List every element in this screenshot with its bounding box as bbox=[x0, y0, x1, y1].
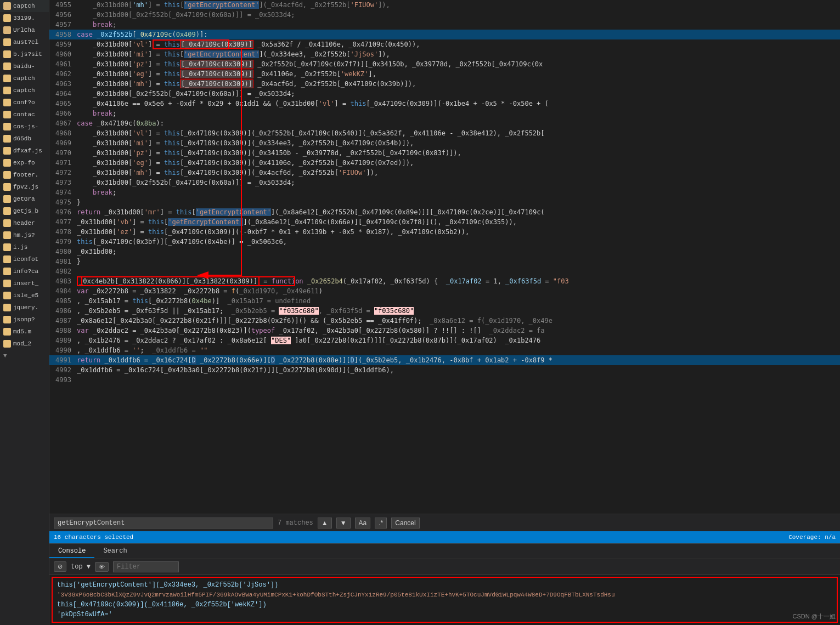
file-sidebar: captch 33199. UrlCha aust?cl b.js?sit ba… bbox=[0, 0, 49, 625]
file-icon bbox=[3, 207, 11, 215]
sidebar-item-insert[interactable]: insert_ bbox=[0, 277, 49, 289]
code-row: 4977_0x31bd00['vb'] = this['getEncryptCo… bbox=[49, 217, 840, 227]
search-input[interactable] bbox=[54, 518, 273, 529]
code-row: 4980_0x31bd00; bbox=[49, 247, 840, 257]
code-row: 4989, _0x1b2476 = _0x2ddac2 ? _0x17af02 … bbox=[49, 336, 840, 345]
code-row: 4985, _0x15ab17 = this[_0x2272b8(0x4be)]… bbox=[49, 296, 840, 306]
file-icon bbox=[3, 292, 11, 299]
code-row: 4981} bbox=[49, 257, 840, 266]
sidebar-item-cosjs[interactable]: cos-js- bbox=[0, 121, 49, 133]
code-row: 4963 _0x31bd00['mh'] = this[_0x47109c(0x… bbox=[49, 79, 840, 89]
sidebar-item-footer[interactable]: footer. bbox=[0, 169, 49, 181]
cancel-button[interactable]: Cancel bbox=[391, 518, 419, 529]
sidebar-item-hmjs[interactable]: hm.js? bbox=[0, 229, 49, 241]
file-icon bbox=[3, 123, 11, 130]
file-icon bbox=[3, 243, 11, 251]
file-icon bbox=[3, 159, 11, 167]
console-line-2: '3V3GxP6oBcbC3bKlXQzZ9vJvQ2mrvzaWoilHfm5… bbox=[57, 590, 832, 600]
file-icon bbox=[3, 316, 11, 323]
sidebar-label: hm.js? bbox=[13, 232, 35, 238]
filter-input[interactable] bbox=[113, 561, 179, 572]
sidebar-item-mod2[interactable]: mod_2 bbox=[0, 338, 49, 350]
code-row: 4992_0x1ddfb6 = _0x16c724[_0x42b3a0[_0x2… bbox=[49, 365, 840, 375]
console-text-1: this['getEncryptContent'](_0x334ee3, _0x… bbox=[57, 581, 278, 589]
sidebar-item-33199[interactable]: 33199. bbox=[0, 12, 49, 24]
code-row: 4961 _0x31bd00['pz'] = this[_0x47109c(0x… bbox=[49, 59, 840, 69]
sidebar-label: b.js?sit bbox=[13, 51, 42, 58]
sidebar-item-md5[interactable]: md5.m bbox=[0, 326, 49, 338]
sidebar-item-aust[interactable]: aust?cl bbox=[0, 36, 49, 48]
sidebar-label: conf?o bbox=[13, 99, 35, 106]
file-icon bbox=[3, 304, 11, 311]
code-row: 4966 break; bbox=[49, 109, 840, 118]
sidebar-label: info?ca bbox=[13, 268, 38, 275]
file-icon bbox=[3, 268, 11, 275]
code-row: 4987_0x8a6e12[_0x42b3a0[_0x2272b8(0x21f)… bbox=[49, 316, 840, 326]
match-case-button[interactable]: Aa bbox=[355, 518, 371, 529]
prev-match-button[interactable]: ▲ bbox=[318, 518, 332, 529]
sidebar-item-more[interactable]: ▼ bbox=[0, 350, 49, 362]
code-row: 4975} bbox=[49, 197, 840, 207]
code-row: 4959 _0x31bd00['vl'] = this[_0x47109c(0x… bbox=[49, 39, 840, 49]
file-icon bbox=[3, 87, 11, 94]
clear-console-button[interactable]: ⊘ bbox=[54, 561, 66, 572]
sidebar-item-contac[interactable]: contac bbox=[0, 109, 49, 121]
sidebar-item-getgra[interactable]: getGra bbox=[0, 193, 49, 205]
sidebar-item-expfo[interactable]: exp-fo bbox=[0, 157, 49, 169]
sidebar-item-baidu[interactable]: baidu- bbox=[0, 60, 49, 72]
code-row: 4991return _0x1ddfb6 = _0x16c724[D _0x22… bbox=[49, 355, 840, 365]
main-panel: 4955 _0x31bd00['mh'] = this['getEncryptC… bbox=[49, 0, 840, 625]
sidebar-item-captch2[interactable]: captch bbox=[0, 72, 49, 84]
sidebar-item-isle[interactable]: isle_e5 bbox=[0, 289, 49, 302]
sidebar-label: mod_2 bbox=[13, 340, 31, 347]
sidebar-item-jquery[interactable]: jquery. bbox=[0, 302, 49, 314]
next-match-button[interactable]: ▼ bbox=[336, 518, 351, 529]
sidebar-item-ijs[interactable]: i.js bbox=[0, 241, 49, 253]
tab-search[interactable]: Search bbox=[94, 545, 136, 558]
code-row: 4956 _0x31bd00[_0x2f552b[_0x47109c(0x60a… bbox=[49, 10, 840, 20]
console-text-4: 'pkDpSt6wUfA=' bbox=[57, 611, 112, 618]
sidebar-item-fpv2[interactable]: fpv2.js bbox=[0, 181, 49, 193]
eye-button[interactable]: 👁 bbox=[95, 562, 109, 572]
code-scroll[interactable]: 4955 _0x31bd00['mh'] = this['getEncryptC… bbox=[49, 0, 840, 514]
sidebar-label: 33199. bbox=[13, 15, 35, 21]
regex-button[interactable]: .* bbox=[375, 518, 387, 529]
file-icon bbox=[3, 340, 11, 348]
sidebar-item-d65db[interactable]: d65db bbox=[0, 133, 49, 145]
status-left: 16 characters selected bbox=[54, 534, 133, 541]
sidebar-item-iconfot[interactable]: iconfot bbox=[0, 253, 49, 265]
file-icon bbox=[3, 255, 11, 263]
search-bar: 7 matches ▲ ▼ Aa .* Cancel bbox=[49, 514, 840, 531]
file-icon bbox=[3, 135, 11, 143]
watermark: CSDN @十一姐 bbox=[793, 612, 836, 621]
bottom-panel: Console Search ⊘ top ▼ 👁 this['getEncryp… bbox=[49, 543, 840, 625]
panel-tabs: Console Search bbox=[49, 544, 840, 559]
code-row: 4965 _0x41106e == 0x5e6 + -0xdf * 0x29 +… bbox=[49, 99, 840, 109]
sidebar-label: getGra bbox=[13, 196, 35, 202]
selected-chars: 16 characters selected bbox=[54, 534, 133, 541]
code-row: 4964 _0x31bd00[_0x2f552b[_0x47109c(0x60a… bbox=[49, 89, 840, 99]
code-row: 4993 bbox=[49, 375, 840, 385]
sidebar-item-jsonp[interactable]: jsonp? bbox=[0, 314, 49, 326]
console-line-1: this['getEncryptContent'](_0x334ee3, _0x… bbox=[57, 580, 832, 590]
tab-console[interactable]: Console bbox=[49, 545, 94, 558]
sidebar-item-dfxaf[interactable]: dfxaf.js bbox=[0, 145, 49, 157]
sidebar-item-infoca[interactable]: info?ca bbox=[0, 265, 49, 277]
file-icon bbox=[3, 14, 11, 22]
search-count: 7 matches bbox=[278, 519, 313, 527]
sidebar-item-captch[interactable]: captch bbox=[0, 0, 49, 12]
sidebar-item-urlcha[interactable]: UrlCha bbox=[0, 24, 49, 36]
sidebar-label: getjs_b bbox=[13, 208, 38, 214]
code-row: 4973 _0x31bd00[_0x2f552b[_0x47109c(0x60a… bbox=[49, 178, 840, 188]
sidebar-label: footer. bbox=[13, 172, 38, 178]
sidebar-label: exp-fo bbox=[13, 160, 35, 166]
sidebar-item-header[interactable]: header bbox=[0, 217, 49, 229]
sidebar-item-conf[interactable]: conf?o bbox=[0, 96, 49, 109]
sidebar-label: isle_e5 bbox=[13, 292, 38, 299]
sidebar-item-bjs[interactable]: b.js?sit bbox=[0, 48, 49, 60]
sidebar-label: fpv2.js bbox=[13, 184, 38, 190]
file-icon bbox=[3, 280, 11, 287]
sidebar-item-captch3[interactable]: captch bbox=[0, 84, 49, 96]
sidebar-item-getjsb[interactable]: getjs_b bbox=[0, 205, 49, 217]
file-icon bbox=[3, 147, 11, 155]
